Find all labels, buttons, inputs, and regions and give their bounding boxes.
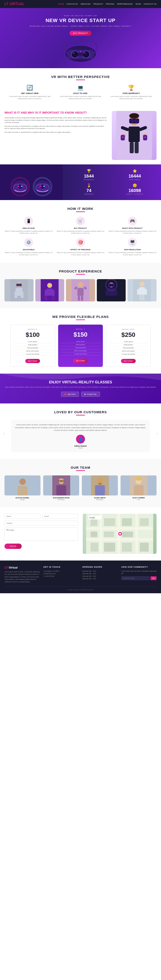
plan-pro-feature-1: Lorem ipsum — [109, 340, 148, 343]
footer-hours-3: Opening Title - 8.00 — [82, 575, 118, 578]
signup-icon: 📱 — [24, 216, 33, 226]
nav-product[interactable]: PRODUCT — [93, 3, 103, 5]
stat-appsold-value: 16444 — [113, 173, 156, 179]
hero-section: NEW VR DEVICE START UP NEW VR DEVICE STA… — [0, 8, 161, 68]
svg-rect-53 — [77, 288, 84, 296]
signup-title: SING UP NOW — [5, 227, 53, 229]
vr-features-grid: 🔄 360° ANGLE VIEW Lorem ipsum dolor sit … — [5, 85, 156, 100]
footer-contact-email: info@ltvirtual.com — [43, 572, 79, 575]
plan-r-price: $100 — [13, 331, 52, 339]
svg-point-4 — [72, 52, 75, 54]
nav-funfacts[interactable]: FUN FACTS — [67, 3, 78, 5]
buy-icon: 🛒 — [76, 216, 85, 226]
how-it-work-grid: 📱 SING UP NOW Notice To stop something c… — [5, 216, 156, 256]
plan-r-feature-2: Nulla pariatur — [13, 343, 52, 347]
hands-controllers-svg — [0, 164, 63, 200]
plan-y-model: MODEL Y — [61, 328, 100, 330]
contact-map: Google — [83, 514, 156, 554]
contact-message-input[interactable] — [5, 528, 78, 541]
how-it-work-section: HOW IT WORK 📱 SING UP NOW Notice To stop… — [0, 200, 161, 262]
google-play-button[interactable]: ▶ Google Play — [81, 391, 100, 397]
contact-email-input[interactable] — [42, 514, 78, 519]
plan-pro-feature-2: Nulla pariatur — [109, 343, 148, 347]
plan-y-price: $150 — [61, 331, 100, 338]
testimonial-avatar: 👤 — [76, 434, 85, 444]
product-photo-3 — [66, 279, 95, 301]
testimonial-role: Singer — [15, 447, 146, 449]
svg-rect-14 — [129, 127, 140, 142]
contact-subject-input[interactable] — [5, 521, 78, 526]
team-photo-2 — [43, 476, 79, 495]
svg-point-21 — [122, 136, 124, 138]
contact-send-button[interactable]: SEND — [5, 544, 22, 549]
svg-rect-76 — [18, 486, 27, 495]
precisive-title: EFFECT OF PRECISIVE — [56, 249, 105, 251]
nav-contact[interactable]: CONTACT US — [143, 3, 156, 5]
plan-pro-price: $250 — [109, 331, 148, 339]
enjoy-wave-top — [0, 374, 161, 382]
feature-warranty-title: 3YRS WARRANTY — [108, 92, 154, 94]
footer-hours-col: Opening Hours Opening Title - 8.00 Openi… — [82, 566, 118, 583]
svg-rect-25 — [0, 164, 63, 200]
nav-pricing[interactable]: PRICING — [106, 3, 114, 5]
footer: LT Virtual Lorem ipsum dolor sit amet, c… — [0, 560, 161, 593]
product-exp-title: PRODUCT EXPERIENCE — [5, 269, 156, 273]
nav-home[interactable]: HOME — [58, 3, 64, 5]
plan-y-feature-1: Lorem ipsum — [61, 340, 100, 343]
pricing-title: WE PROVIDE FLEXIBLE PLANS — [5, 315, 156, 318]
team-section: OUR TEAM ACACIA DANIEL Design — [0, 459, 161, 507]
svg-rect-41 — [16, 283, 22, 286]
team-name-3: ALINA SMITH — [82, 497, 118, 499]
svg-rect-71 — [145, 289, 147, 295]
svg-rect-64 — [106, 290, 108, 296]
hero-vr-headset-image — [58, 39, 103, 68]
plan-y-buy-button[interactable]: BUY NOW — [73, 359, 88, 363]
plan-r-buy-button[interactable]: BUY NOW — [25, 359, 40, 363]
footer-contact-title: Get In Touch — [43, 566, 79, 568]
what-section: WHAT IS IT AND WHY IS IT IMPORTANT TO KN… — [0, 107, 161, 164]
footer-subscribe-input[interactable] — [121, 576, 150, 580]
feature-warranty-icon: 🏆 — [108, 85, 154, 91]
hero-cta-button[interactable]: BUY PRODUCT — [69, 31, 91, 36]
how-step-resolution: 🖥️ HIGH RESOLUTION Notice To stop someth… — [108, 238, 156, 256]
nav-team[interactable]: TEAM — [135, 3, 141, 5]
app-store-button[interactable]: 🍎 App Store — [61, 391, 79, 397]
footer-contact-address: Los Angeles, CA 90017 — [43, 570, 79, 572]
feature-warranty: 🏆 3YRS WARRANTY Lorem ipsum dolor sit am… — [108, 85, 154, 100]
svg-rect-50 — [52, 296, 55, 300]
footer-contact-col: Get In Touch Los Angeles, CA 90017 info@… — [43, 566, 79, 583]
svg-rect-96 — [135, 514, 138, 554]
team-name-2: ALEXANDER ROSE — [43, 497, 79, 499]
testimonial-next-button[interactable]: › — [156, 431, 158, 436]
nav-performance[interactable]: PERFORMANCE — [117, 3, 133, 5]
title-underline-4 — [76, 320, 85, 320]
resolution-desc: Notice To stop something coronavirus com… — [108, 251, 156, 256]
pricing-card-pro: MODEL Pro $250 Lorem ipsum Nulla pariatu… — [106, 325, 151, 367]
hero-title: NEW VR DEVICE START UP — [5, 18, 156, 23]
team-role-2: Developer — [43, 499, 79, 500]
footer-about-text: Lorem ipsum dolor sit amet, consectetur … — [5, 571, 40, 583]
footer-subscribe-button[interactable]: GO — [150, 576, 156, 580]
title-underline — [76, 80, 85, 80]
footer-logo: LT Virtual — [5, 566, 40, 569]
svg-rect-72 — [140, 295, 142, 301]
plan-pro-model: MODEL Pro — [109, 328, 148, 330]
nav-services[interactable]: SERVICES — [80, 3, 90, 5]
vr-person-image — [112, 111, 156, 160]
footer-community-col: Join Our Community Lorem ipsum dolor sit… — [121, 566, 156, 583]
svg-point-7 — [80, 51, 81, 52]
svg-point-62 — [111, 284, 113, 286]
plan-pro-buy-button[interactable]: BUY NOW — [121, 359, 136, 363]
team-photo-4 — [121, 476, 156, 495]
svg-rect-82 — [56, 485, 66, 495]
plan-r-feature-5: Ut enim ad minima — [13, 353, 52, 356]
stats-section: 🏆 1644 PRODUCT ⭐ 16444 APP SOLD 🎖️ 74 AW… — [0, 164, 161, 200]
contact-form: SEND — [5, 514, 78, 554]
stat-appsold: ⭐ 16444 APP SOLD — [113, 169, 156, 181]
vr-perspective-section: VR WITH BETTER PERSPECTIVE 🔄 360° ANGLE … — [0, 68, 161, 107]
contact-name-input[interactable] — [5, 514, 40, 519]
svg-point-22 — [144, 136, 146, 138]
testimonial-prev-button[interactable]: ‹ — [3, 431, 5, 436]
feature-360-title: 360° ANGLE VIEW — [7, 92, 53, 94]
svg-rect-107 — [140, 542, 149, 552]
